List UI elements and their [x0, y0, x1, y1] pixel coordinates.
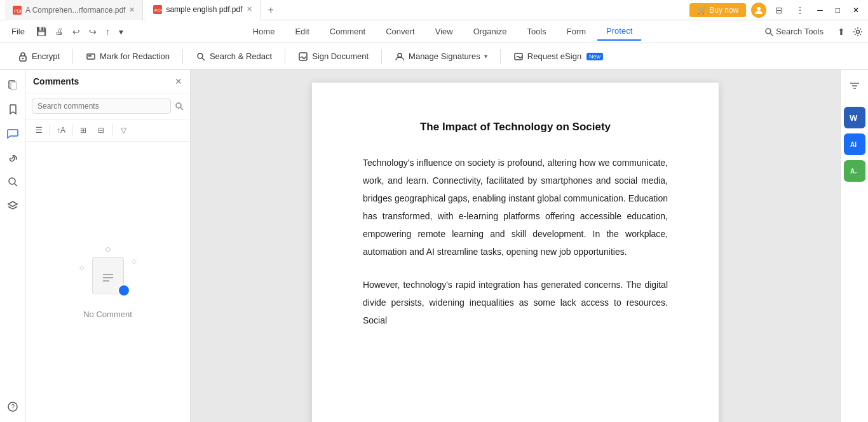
svg-point-15 [398, 53, 402, 57]
tab-sample[interactable]: PDF sample english pdf.pdf ✕ [146, 0, 260, 20]
sidebar-bookmark-icon[interactable] [3, 99, 23, 119]
comments-collapse-all[interactable]: ⊟ [93, 122, 109, 139]
more-icon[interactable]: ⋮ [792, 3, 808, 17]
menu-bar: File 💾 🖨 ↩ ↪ ↑ ▾ Home Edit Comment Conve… [0, 20, 868, 43]
right-word-icon[interactable]: W [844, 107, 865, 128]
new-tab-button[interactable]: + [263, 4, 279, 16]
manage-sig-arrow: ▾ [484, 53, 487, 60]
maximize-button[interactable]: □ [832, 4, 844, 16]
left-sidebar-icons: ? [0, 70, 25, 422]
title-bar: PDF A Comprehen...rformance.pdf ✕ PDF sa… [0, 0, 868, 20]
svg-point-9 [22, 57, 24, 58]
svg-rect-18 [11, 82, 17, 90]
svg-point-12 [198, 53, 203, 58]
sidebar-layers-icon[interactable] [3, 196, 23, 216]
tabs-container: PDF A Comprehen...rformance.pdf ✕ PDF sa… [5, 0, 689, 20]
blue-dot [118, 284, 130, 297]
toolbar-div-2 [72, 125, 72, 136]
right-ai-blue-icon[interactable]: AI [844, 133, 865, 155]
document-paragraph-2: However, technology's rapid integration … [363, 276, 668, 329]
menu-bar-right: Search Tools ⬆ [758, 24, 863, 39]
comments-header: Comments ✕ [25, 70, 190, 93]
sign-document-button[interactable]: Sign Document [290, 48, 376, 65]
toolbar-div-3 [112, 125, 112, 136]
share-icon[interactable]: ↑ [102, 25, 114, 39]
nav-comment[interactable]: Comment [321, 23, 374, 41]
toolbar-divider-3 [285, 49, 285, 64]
tab-label-2: sample english pdf.pdf [166, 5, 242, 14]
tab-close-2[interactable]: ✕ [247, 5, 252, 13]
comments-search-icon[interactable] [175, 102, 184, 111]
comments-filter[interactable]: ▽ [115, 122, 132, 139]
comments-sort-asc[interactable]: ↑A [53, 122, 69, 139]
document-area[interactable]: The Impact of Technology on Society Tech… [191, 70, 840, 422]
tab-label: A Comprehen...rformance.pdf [25, 6, 125, 15]
nav-organize[interactable]: Organize [465, 23, 516, 41]
nav-home[interactable]: Home [244, 23, 284, 41]
sidebar-links-icon[interactable] [3, 147, 23, 168]
comments-list-view[interactable]: ☰ [31, 122, 47, 139]
sidebar-help-icon[interactable]: ? [3, 397, 23, 417]
search-tools-icon [764, 27, 773, 36]
dropdown-icon[interactable]: ▾ [115, 25, 127, 39]
tab-close[interactable]: ✕ [129, 6, 135, 14]
nav-tools[interactable]: Tools [518, 23, 555, 41]
search-redact-icon [196, 51, 206, 62]
manage-signatures-button[interactable]: Manage Signatures ▾ [387, 48, 495, 65]
right-ai-green-icon[interactable]: Aᵣ [844, 160, 865, 182]
svg-rect-11 [88, 55, 92, 57]
svg-rect-14 [299, 53, 307, 60]
comments-expand-all[interactable]: ⊞ [75, 122, 92, 139]
no-comment-illustration: ◇ ◇ ◇ [79, 245, 137, 302]
mark-redaction-button[interactable]: Mark for Redaction [78, 48, 177, 65]
undo-icon[interactable]: ↩ [69, 25, 84, 39]
sidebar-comments-icon[interactable] [3, 123, 23, 144]
svg-line-6 [771, 33, 773, 36]
request-esign-button[interactable]: Request eSign New [506, 48, 611, 65]
nav-protect[interactable]: Protect [597, 23, 641, 41]
svg-point-23 [176, 103, 181, 108]
lock-icon [18, 51, 28, 62]
nav-form[interactable]: Form [558, 23, 595, 41]
user-avatar[interactable] [751, 3, 766, 18]
search-redact-button[interactable]: Search & Redact [188, 48, 280, 65]
svg-point-7 [857, 30, 860, 33]
toolbar-divider-1 [72, 49, 73, 64]
toolbar-divider-2 [182, 49, 183, 64]
print-icon[interactable]: 🖨 [51, 25, 67, 38]
pdf-icon-2: PDF [153, 5, 162, 14]
no-comment-text: No Comment [83, 310, 132, 319]
comments-toolbar: ☰ ↑A ⊞ ⊟ ▽ [25, 119, 190, 142]
comments-search-input[interactable] [32, 99, 171, 114]
encrypt-button[interactable]: Encrypt [10, 48, 67, 65]
buy-now-button[interactable]: 🛒 Buy now [689, 3, 746, 17]
document-paragraph-1: Technology's influence on society is pro… [363, 154, 668, 261]
search-tools-button[interactable]: Search Tools [758, 24, 830, 39]
save-icon[interactable]: 💾 [32, 25, 50, 38]
comments-empty-state: ◇ ◇ ◇ No Comment [25, 142, 190, 422]
svg-text:A: A [850, 168, 855, 175]
close-button[interactable]: ✕ [849, 4, 863, 16]
right-settings-icon[interactable] [844, 75, 865, 97]
nav-bar: Home Edit Comment Convert View Organize … [127, 23, 758, 41]
nav-edit[interactable]: Edit [286, 23, 318, 41]
svg-line-20 [15, 184, 17, 186]
signature-icon [395, 51, 405, 62]
minimize-button[interactable]: ─ [813, 4, 827, 16]
svg-text:?: ? [11, 404, 15, 411]
layout-icon[interactable]: ⊟ [771, 3, 787, 17]
redo-icon[interactable]: ↪ [85, 25, 100, 39]
nav-view[interactable]: View [426, 23, 462, 41]
comments-close-button[interactable]: ✕ [175, 76, 182, 86]
menu-left: File 💾 🖨 ↩ ↪ ↑ ▾ [5, 23, 127, 41]
svg-text:PDF: PDF [154, 8, 162, 13]
pdf-icon: PDF [13, 6, 22, 15]
nav-convert[interactable]: Convert [377, 23, 424, 41]
tab-comprehend[interactable]: PDF A Comprehen...rformance.pdf ✕ [5, 0, 143, 20]
upload-icon[interactable]: ⬆ [834, 25, 849, 39]
sidebar-pages-icon[interactable] [3, 75, 23, 95]
settings-icon[interactable] [853, 27, 863, 37]
menu-file[interactable]: File [5, 23, 31, 41]
sidebar-search-icon[interactable] [3, 172, 23, 192]
svg-point-5 [766, 29, 771, 34]
